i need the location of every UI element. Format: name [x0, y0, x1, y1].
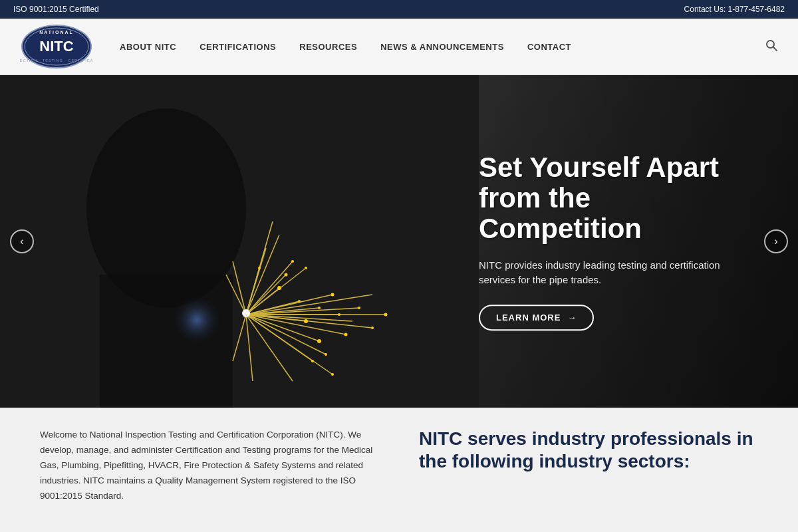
- svg-text:NITC: NITC: [39, 38, 73, 55]
- svg-point-57: [311, 360, 314, 362]
- learn-more-button[interactable]: LEARN MORE →: [479, 305, 594, 331]
- welcome-paragraph: Welcome to National Inspection Testing a…: [40, 428, 379, 512]
- nav-about-nitc[interactable]: ABOUT NITC: [120, 42, 176, 52]
- svg-point-41: [277, 286, 281, 290]
- nav-certifications[interactable]: CERTIFICATIONS: [200, 42, 276, 52]
- next-arrow-icon: ›: [774, 235, 777, 247]
- hero-content: Set Yourself Apart from the Competition …: [479, 152, 758, 331]
- svg-point-43: [285, 273, 288, 277]
- search-button[interactable]: [765, 39, 778, 55]
- industry-title: NITC serves industry professionals in th…: [419, 428, 758, 512]
- nav-news[interactable]: NEWS & ANNOUNCEMENTS: [380, 42, 504, 52]
- arrow-icon: →: [567, 313, 577, 323]
- svg-point-42: [298, 300, 301, 303]
- hero-prev-button[interactable]: ‹: [10, 229, 34, 253]
- svg-point-58: [331, 373, 334, 376]
- hero-image: [0, 75, 479, 408]
- svg-point-46: [318, 307, 321, 309]
- prev-arrow-icon: ‹: [20, 235, 23, 247]
- hero-headline: Set Yourself Apart from the Competition: [479, 152, 758, 245]
- header: NATIONAL NITC INSPECTION · TESTING · CER…: [0, 19, 798, 75]
- svg-point-50: [305, 267, 307, 269]
- svg-text:NATIONAL: NATIONAL: [39, 30, 74, 35]
- learn-more-label: LEARN MORE: [496, 313, 561, 323]
- svg-point-60: [244, 311, 248, 315]
- svg-point-52: [325, 353, 327, 356]
- hero-next-button[interactable]: ›: [764, 229, 788, 253]
- nav-contact[interactable]: CONTACT: [527, 42, 571, 52]
- svg-point-44: [258, 267, 261, 269]
- iso-certification-text: ISO 9001:2015 Certified: [13, 5, 99, 14]
- svg-point-45: [304, 319, 308, 323]
- hero-subtext: NITC provides industry leading testing a…: [479, 258, 758, 288]
- logo[interactable]: NATIONAL NITC INSPECTION · TESTING · CER…: [20, 23, 93, 70]
- nav-resources[interactable]: RESOURCES: [299, 42, 357, 52]
- svg-line-6: [773, 47, 777, 51]
- svg-point-56: [384, 313, 388, 317]
- svg-text:INSPECTION · TESTING · CERTIFI: INSPECTION · TESTING · CERTIFICATION: [20, 59, 93, 63]
- hero-section: Set Yourself Apart from the Competition …: [0, 75, 798, 408]
- contact-phone-text: Contact Us: 1-877-457-6482: [684, 5, 785, 14]
- svg-point-53: [344, 333, 348, 336]
- svg-point-55: [371, 327, 374, 329]
- svg-point-49: [338, 313, 340, 316]
- svg-point-47: [291, 260, 294, 263]
- svg-point-48: [331, 293, 334, 297]
- svg-point-51: [317, 339, 321, 343]
- svg-point-54: [358, 307, 360, 309]
- top-bar: ISO 9001:2015 Certified Contact Us: 1-87…: [0, 0, 798, 19]
- main-nav: ABOUT NITC CERTIFICATIONS RESOURCES NEWS…: [120, 42, 765, 52]
- below-hero-section: Welcome to National Inspection Testing a…: [0, 408, 798, 532]
